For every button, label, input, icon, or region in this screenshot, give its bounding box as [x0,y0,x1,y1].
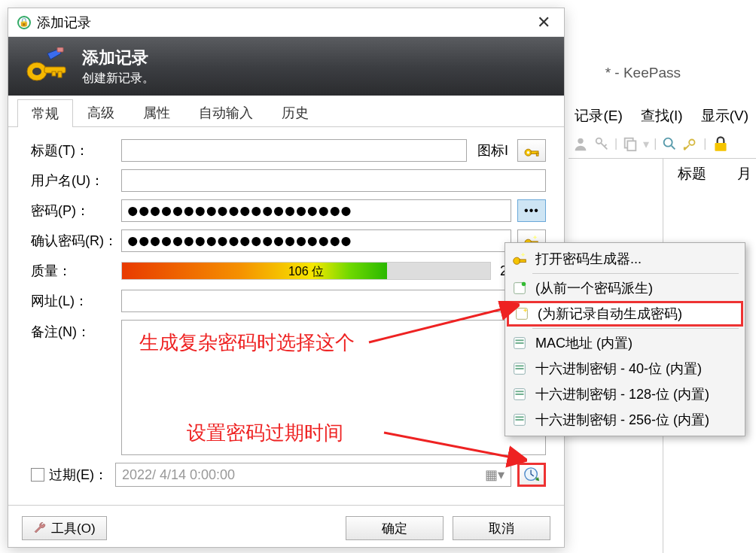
tab-general[interactable]: 常规 [17,99,73,127]
menu-view[interactable]: 显示(V) [701,106,748,126]
svg-point-1 [596,138,602,144]
calendar-dropdown-icon[interactable]: ▦▾ [485,466,505,483]
svg-rect-28 [516,365,524,366]
svg-rect-3 [627,141,636,150]
svg-rect-31 [516,390,524,392]
svg-point-22 [522,282,526,287]
ok-button[interactable]: 确定 [346,516,444,540]
banner-key-icon [23,47,69,85]
svg-point-13 [527,151,530,154]
add-entry-dialog: 🔒 添加记录 ✕ 添加记录 创建新记录。 常规 高级 属性 自动输入 历史 标题… [8,8,565,548]
quality-text: 106 位 [122,264,490,280]
tab-properties[interactable]: 属性 [129,99,184,126]
key-icon [523,144,540,157]
column-header-f[interactable]: 月 [737,164,751,184]
dialog-divider [8,505,564,506]
svg-rect-11 [57,47,63,52]
confirm-password-input[interactable]: ●●●●●●●●●●●●●●●●●●●● [121,229,511,252]
profile-icon [511,386,528,403]
menu-separator [532,328,739,329]
password-input[interactable]: ●●●●●●●●●●●●●●●●●●●● [121,199,511,222]
expire-preset-button[interactable] [517,463,546,487]
label-title: 标题(T)： [31,141,121,160]
clock-icon [523,466,540,483]
dialog-button-bar: 工具(O) 确定 取消 [8,516,564,551]
svg-rect-9 [58,71,62,77]
menu-derive-previous[interactable]: (从前一个密码派生) [507,275,743,301]
toolbar-key2-icon[interactable] [682,135,699,152]
close-button[interactable]: ✕ [532,13,555,32]
profile-icon [511,335,528,351]
label-expire: 过期(E)： [49,466,108,484]
menu-record[interactable]: 记录(E) [575,106,622,126]
form-area: 标题(T)： 图标I 用户名(U)： 密码(P)： ●●●●●●●●●●●●●●… [8,127,564,494]
label-quality: 质量： [31,262,121,280]
bg-menu-bar: G) 记录(E) 查找(I) 显示(V) [541,106,748,126]
svg-point-7 [32,68,41,75]
svg-rect-10 [52,71,56,76]
svg-rect-15 [536,153,538,156]
label-password: 密码(P)： [31,202,121,220]
wrench-icon [33,521,47,535]
password-generator-menu: 打开密码生成器... (从前一个密码派生) (为新记录自动生成密码) MAC地址… [505,242,745,436]
svg-point-0 [578,138,583,144]
label-notes: 备注(N)： [31,320,121,341]
url-input[interactable] [121,290,546,312]
tab-history[interactable]: 历史 [267,99,323,126]
banner-title: 添加记录 [82,47,154,69]
key-sparkle-icon [511,251,528,267]
tab-bar: 常规 高级 属性 自动输入 历史 [8,96,564,127]
column-header-title[interactable]: 标题 [678,164,706,184]
tab-advanced[interactable]: 高级 [73,99,129,126]
cancel-button[interactable]: 取消 [453,516,550,540]
tools-button[interactable]: 工具(O) [22,516,107,540]
expire-checkbox[interactable] [31,468,44,482]
dialog-banner: 添加记录 创建新记录。 [8,37,564,96]
dots-icon: ••• [524,204,539,217]
quality-meter: 106 位 [121,262,491,280]
menu-find[interactable]: 查找(I) [641,106,683,126]
dialog-titlebar: 🔒 添加记录 ✕ [8,8,564,37]
label-username: 用户名(U)： [31,172,121,190]
banner-subtitle: 创建新记录。 [82,71,154,87]
profile-new-icon [514,305,530,322]
svg-rect-34 [516,416,524,418]
svg-rect-25 [516,339,524,341]
menu-mac-address[interactable]: MAC地址 (内置) [507,330,743,356]
toolbar-user-icon[interactable] [572,135,589,152]
menu-hex-128[interactable]: 十六进制密钥 - 128-位 (内置) [507,381,743,407]
profile-icon [511,412,528,428]
label-confirm: 确认密码(R)： [31,232,121,250]
profile-icon [511,280,528,296]
title-input[interactable] [121,139,467,162]
menu-separator [532,273,739,274]
menu-open-generator[interactable]: 打开密码生成器... [507,246,743,272]
toggle-password-visibility-button[interactable]: ••• [517,199,546,222]
dialog-lock-icon: 🔒 [17,16,31,29]
toolbar-lock-icon[interactable] [711,134,730,153]
label-url: 网址(L)： [31,292,121,310]
svg-rect-20 [520,260,526,263]
menu-hex-256[interactable]: 十六进制密钥 - 256-位 (内置) [507,407,743,433]
svg-rect-32 [516,393,524,395]
dialog-title: 添加记录 [37,14,532,32]
bg-window-title: * - KeePass [605,65,681,81]
toolbar-search-icon[interactable] [661,135,678,152]
menu-hex-40[interactable]: 十六进制密钥 - 40-位 (内置) [507,356,743,381]
bg-toolbar: | ▾ | | [572,132,756,155]
svg-rect-5 [715,143,727,151]
svg-rect-26 [516,342,524,344]
notes-input[interactable] [121,320,546,455]
username-input[interactable] [121,169,546,192]
tab-autotype[interactable]: 自动输入 [184,99,267,126]
toolbar-copy-icon[interactable] [622,135,639,152]
toolbar-key-icon[interactable] [593,135,610,152]
profile-icon [511,360,528,377]
icon-picker-button[interactable] [517,139,546,162]
svg-rect-35 [516,419,524,421]
expire-datetime-input[interactable]: 2022/ 4/14 0:00:00 ▦▾ [115,463,511,487]
svg-rect-29 [516,368,524,369]
label-icon: 图标I [477,141,508,160]
svg-point-4 [664,138,672,147]
menu-auto-generate-new[interactable]: (为新记录自动生成密码) [507,301,743,327]
